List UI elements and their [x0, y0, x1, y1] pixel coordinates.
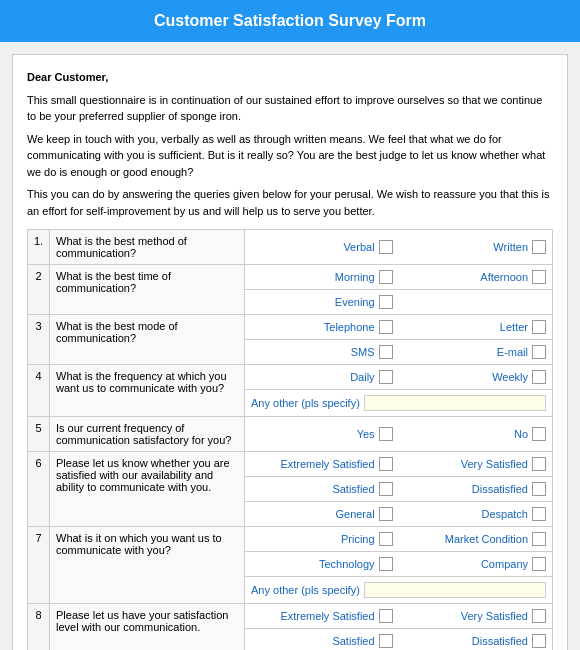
question-text: What is the frequency at which you want …	[50, 365, 245, 417]
question-number: 8	[28, 604, 50, 651]
question-number: 3	[28, 315, 50, 365]
question-number: 5	[28, 417, 50, 452]
checkbox[interactable]	[379, 270, 393, 284]
option-label: Company	[404, 558, 532, 570]
option-label: Satisfied	[251, 483, 379, 495]
page-title: Customer Satisfaction Survey Form	[0, 0, 580, 42]
question-text: Please let us know whether you are satis…	[50, 452, 245, 527]
option-label: Dissatisfied	[404, 635, 532, 647]
question-text: What is the best method of communication…	[50, 230, 245, 265]
option-label: Evening	[251, 296, 379, 308]
checkbox[interactable]	[379, 240, 393, 254]
option-label: Daily	[251, 371, 379, 383]
question-text: What is the best time of communication?	[50, 265, 245, 315]
option-label: Despatch	[404, 508, 532, 520]
option-label: Afternoon	[404, 271, 532, 283]
option-row: SatisfiedDissatisfied	[245, 629, 553, 651]
option-row: SatisfiedDissatisfied	[245, 477, 553, 502]
checkbox[interactable]	[532, 557, 546, 571]
checkbox[interactable]	[532, 609, 546, 623]
option-row: PricingMarket Condition	[245, 527, 553, 552]
option-label: E-mail	[404, 346, 532, 358]
question-text: Is our current frequency of communicatio…	[50, 417, 245, 452]
checkbox[interactable]	[532, 427, 546, 441]
option-label: Yes	[251, 428, 379, 440]
greeting: Dear Customer,	[27, 69, 553, 86]
checkbox[interactable]	[379, 295, 393, 309]
question-text: What is the best mode of communication?	[50, 315, 245, 365]
checkbox[interactable]	[532, 634, 546, 648]
option-row: GeneralDespatch	[245, 502, 553, 527]
option-label: Written	[404, 241, 532, 253]
checkbox[interactable]	[379, 482, 393, 496]
option-label: Technology	[251, 558, 379, 570]
option-row: SMSE-mail	[245, 340, 553, 365]
intro-p2: We keep in touch with you, verbally as w…	[27, 131, 553, 181]
option-label: Pricing	[251, 533, 379, 545]
option-label: Very Satisfied	[404, 458, 532, 470]
intro-p3: This you can do by answering the queries…	[27, 186, 553, 219]
option-label: Satisfied	[251, 635, 379, 647]
specify-label: Any other (pls specify)	[251, 584, 360, 596]
option-label: Extremely Satisfied	[251, 458, 379, 470]
checkbox[interactable]	[532, 345, 546, 359]
option-label: Extremely Satisfied	[251, 610, 379, 622]
specify-row: Any other (pls specify)	[245, 577, 553, 604]
specify-input[interactable]	[364, 395, 546, 411]
checkbox[interactable]	[532, 532, 546, 546]
question-number: 6	[28, 452, 50, 527]
option-row: Extremely SatisfiedVery Satisfied	[245, 452, 553, 477]
option-row: TelephoneLetter	[245, 315, 553, 340]
option-row: Evening	[245, 290, 553, 315]
specify-label: Any other (pls specify)	[251, 397, 360, 409]
option-label: Telephone	[251, 321, 379, 333]
option-label: No	[404, 428, 532, 440]
checkbox[interactable]	[379, 634, 393, 648]
checkbox[interactable]	[532, 457, 546, 471]
question-text: What is it on which you want us to commu…	[50, 527, 245, 604]
checkbox[interactable]	[379, 370, 393, 384]
checkbox[interactable]	[532, 320, 546, 334]
checkbox[interactable]	[379, 609, 393, 623]
option-label: Weekly	[404, 371, 532, 383]
checkbox[interactable]	[379, 532, 393, 546]
option-row: YesNo	[245, 417, 553, 452]
option-row: MorningAfternoon	[245, 265, 553, 290]
option-row: Extremely SatisfiedVery Satisfied	[245, 604, 553, 629]
checkbox[interactable]	[379, 507, 393, 521]
question-text: Please let us have your satisfaction lev…	[50, 604, 245, 651]
option-label: Very Satisfied	[404, 610, 532, 622]
checkbox[interactable]	[532, 507, 546, 521]
option-label: Morning	[251, 271, 379, 283]
question-number: 2	[28, 265, 50, 315]
checkbox[interactable]	[379, 320, 393, 334]
intro-section: Dear Customer, This small questionnaire …	[27, 69, 553, 219]
option-row: TechnologyCompany	[245, 552, 553, 577]
intro-p1: This small questionnaire is in continuat…	[27, 92, 553, 125]
option-label: Verbal	[251, 241, 379, 253]
option-label: Market Condition	[404, 533, 532, 545]
checkbox[interactable]	[532, 482, 546, 496]
checkbox[interactable]	[379, 557, 393, 571]
option-label: Letter	[404, 321, 532, 333]
option-label: Dissatisfied	[404, 483, 532, 495]
checkbox[interactable]	[379, 457, 393, 471]
question-number: 1.	[28, 230, 50, 265]
option-label: SMS	[251, 346, 379, 358]
survey-table: 1.What is the best method of communicati…	[27, 229, 553, 650]
checkbox[interactable]	[379, 345, 393, 359]
checkbox[interactable]	[532, 370, 546, 384]
option-row: DailyWeekly	[245, 365, 553, 390]
option-row: VerbalWritten	[245, 230, 553, 265]
question-number: 7	[28, 527, 50, 604]
specify-input[interactable]	[364, 582, 546, 598]
question-number: 4	[28, 365, 50, 417]
option-label: General	[251, 508, 379, 520]
specify-row: Any other (pls specify)	[245, 390, 553, 417]
checkbox[interactable]	[379, 427, 393, 441]
checkbox[interactable]	[532, 240, 546, 254]
checkbox[interactable]	[532, 270, 546, 284]
